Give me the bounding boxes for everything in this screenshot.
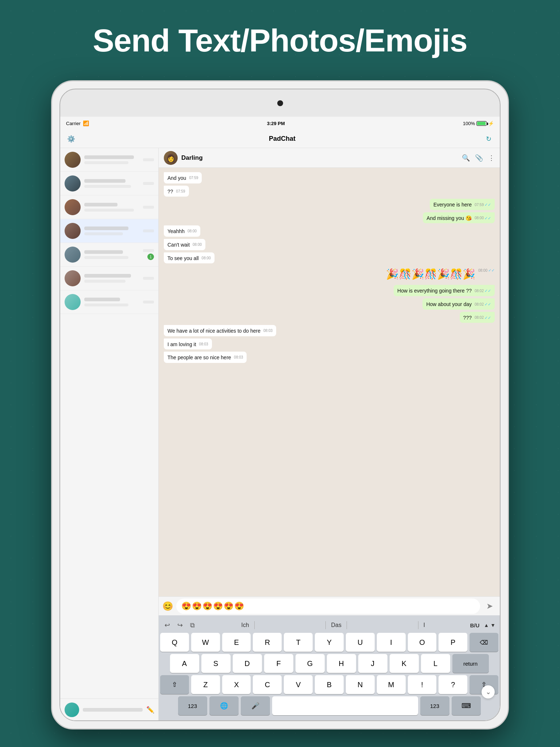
gear-icon[interactable]: ⚙️ bbox=[66, 134, 76, 144]
list-item[interactable]: 1 bbox=[60, 243, 158, 267]
key-microphone[interactable]: 🎤 bbox=[241, 696, 270, 715]
message-bubble: 🎉🎊🎉🎊🎉🎊🎉 08:00 ✓✓ bbox=[386, 266, 495, 283]
key-h[interactable]: H bbox=[327, 654, 356, 673]
key-y[interactable]: Y bbox=[315, 633, 344, 652]
emoji-picker-button[interactable]: 😊 bbox=[162, 601, 173, 611]
chat-preview-blur bbox=[84, 232, 123, 235]
message-time: 08:00 ✓✓ bbox=[478, 268, 495, 273]
key-x[interactable]: X bbox=[222, 675, 251, 694]
key-k[interactable]: K bbox=[390, 654, 419, 673]
compose-icon[interactable]: ✏️ bbox=[146, 706, 154, 714]
input-emojis: 😍😍😍😍😍😍 bbox=[181, 601, 245, 611]
key-keyboard[interactable]: ⌨ bbox=[452, 696, 481, 715]
refresh-icon[interactable]: ↻ bbox=[484, 134, 494, 144]
suggestion-ich[interactable]: Ich bbox=[236, 621, 254, 629]
message-time: 08:00 bbox=[193, 242, 202, 247]
redo-button[interactable]: ↪ bbox=[176, 620, 184, 631]
attachment-icon[interactable]: 📎 bbox=[475, 154, 483, 162]
chat-name-blur bbox=[84, 298, 120, 301]
chat-time bbox=[143, 206, 154, 209]
battery-icon bbox=[476, 121, 487, 126]
front-camera bbox=[277, 100, 283, 106]
unread-badge: 1 bbox=[147, 253, 154, 260]
key-t[interactable]: T bbox=[284, 633, 313, 652]
message-text: And you bbox=[167, 175, 186, 181]
keyboard-row-3: ⇧ Z X C V B N M ! ? ⇧ bbox=[160, 675, 498, 694]
message-time: 08:02 ✓✓ bbox=[475, 288, 491, 294]
message-bubble: To see you all 08:00 bbox=[164, 252, 215, 264]
key-shift-left[interactable]: ⇧ bbox=[160, 675, 189, 694]
arrow-up-icon[interactable]: ▲ bbox=[484, 622, 489, 628]
chat-time bbox=[143, 229, 154, 232]
suggestion-i[interactable]: I bbox=[418, 621, 430, 629]
key-p[interactable]: P bbox=[439, 633, 467, 652]
message-time: 08:00 bbox=[188, 229, 197, 234]
key-c[interactable]: C bbox=[253, 675, 282, 694]
key-g[interactable]: G bbox=[296, 654, 325, 673]
key-o[interactable]: O bbox=[408, 633, 437, 652]
key-n[interactable]: N bbox=[346, 675, 375, 694]
key-z[interactable]: Z bbox=[191, 675, 220, 694]
key-delete[interactable]: ⌫ bbox=[470, 633, 498, 652]
key-f[interactable]: F bbox=[264, 654, 293, 673]
avatar bbox=[65, 294, 81, 310]
user-avatar bbox=[65, 703, 79, 717]
message-bubble: ?? 07:59 bbox=[164, 186, 189, 197]
key-i[interactable]: I bbox=[377, 633, 406, 652]
paste-button[interactable]: ⧉ bbox=[189, 620, 196, 631]
list-item[interactable] bbox=[60, 290, 158, 314]
key-exclaim[interactable]: ! bbox=[408, 675, 437, 694]
arrow-down-icon[interactable]: ▼ bbox=[490, 622, 495, 628]
send-button[interactable]: ➤ bbox=[483, 600, 496, 613]
app-header: ⚙️ PadChat ↻ bbox=[60, 130, 500, 148]
key-e[interactable]: E bbox=[222, 633, 251, 652]
battery-percent: 100% bbox=[463, 121, 475, 126]
list-item[interactable] bbox=[60, 219, 158, 243]
key-a[interactable]: A bbox=[170, 654, 199, 673]
key-globe[interactable]: 🌐 bbox=[209, 696, 239, 715]
key-j[interactable]: J bbox=[358, 654, 387, 673]
key-return[interactable]: return bbox=[452, 654, 489, 673]
message-text: Everyone is here bbox=[433, 202, 472, 208]
carrier-label: Carrier bbox=[66, 121, 81, 126]
avatar bbox=[65, 199, 81, 215]
message-time: 07:59 ✓✓ bbox=[475, 202, 491, 208]
more-icon[interactable]: ⋮ bbox=[488, 154, 495, 162]
avatar bbox=[65, 175, 81, 191]
message-input[interactable]: 😍😍😍😍😍😍 bbox=[176, 599, 480, 614]
scroll-bottom-button[interactable]: ⌄ bbox=[482, 685, 495, 698]
chat-preview-blur bbox=[84, 161, 128, 164]
chat-preview-blur bbox=[84, 303, 128, 306]
message-text: Yeahhh bbox=[167, 228, 185, 234]
key-l[interactable]: L bbox=[421, 654, 450, 673]
message-text: I am loving it bbox=[167, 341, 196, 347]
key-v[interactable]: V bbox=[284, 675, 313, 694]
key-question[interactable]: ? bbox=[439, 675, 467, 694]
search-icon[interactable]: 🔍 bbox=[462, 154, 470, 162]
list-item[interactable] bbox=[60, 148, 158, 172]
list-item[interactable] bbox=[60, 172, 158, 196]
key-m[interactable]: M bbox=[377, 675, 406, 694]
list-item[interactable] bbox=[60, 267, 158, 290]
suggestion-das[interactable]: Das bbox=[325, 621, 347, 629]
key-space[interactable] bbox=[272, 696, 418, 715]
chat-name-blur bbox=[84, 227, 128, 230]
key-u[interactable]: U bbox=[346, 633, 375, 652]
message-text: The people are so nice here bbox=[167, 355, 231, 360]
key-numbers[interactable]: 123 bbox=[178, 696, 207, 715]
key-w[interactable]: W bbox=[191, 633, 220, 652]
bold-underline-button[interactable]: B/U bbox=[470, 622, 479, 628]
key-d[interactable]: D bbox=[233, 654, 262, 673]
message-time: 08:02 ✓✓ bbox=[475, 315, 491, 321]
chat-name-blur bbox=[84, 155, 134, 159]
keyboard-row-4: 123 🌐 🎤 123 ⌨ bbox=[160, 696, 498, 715]
key-r[interactable]: R bbox=[253, 633, 282, 652]
key-numbers-right[interactable]: 123 bbox=[420, 696, 449, 715]
key-s[interactable]: S bbox=[201, 654, 231, 673]
list-item[interactable] bbox=[60, 196, 158, 219]
key-q[interactable]: Q bbox=[160, 633, 189, 652]
key-b[interactable]: B bbox=[315, 675, 344, 694]
avatar bbox=[65, 152, 81, 168]
chat-header: 👩 Darling 🔍 📎 ⋮ bbox=[159, 148, 500, 168]
undo-button[interactable]: ↩ bbox=[163, 620, 171, 631]
